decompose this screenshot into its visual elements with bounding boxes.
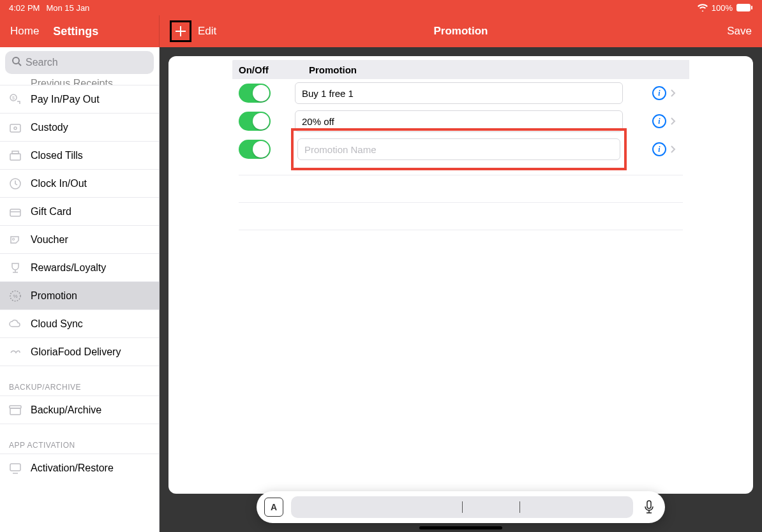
- sidebar-item-label: Pay In/Pay Out: [31, 94, 100, 105]
- receipt-icon: [8, 78, 23, 85]
- info-icon[interactable]: i: [652, 142, 666, 156]
- sidebar-item-closed-tills[interactable]: Closed Tills: [0, 142, 159, 170]
- svg-rect-22: [10, 464, 20, 471]
- promotion-row: i: [232, 135, 689, 163]
- info-icon[interactable]: i: [652, 114, 666, 128]
- sidebar-item-label: Promotion: [31, 290, 77, 302]
- toggle-switch[interactable]: [239, 112, 271, 131]
- edit-button[interactable]: Edit: [198, 25, 216, 38]
- svg-rect-0: [736, 4, 751, 11]
- battery-percentage: 100%: [712, 3, 733, 13]
- chevron-right-icon[interactable]: [670, 117, 683, 126]
- sidebar-item-clock-in-out[interactable]: Clock In/Out: [0, 170, 159, 198]
- status-date: Mon 15 Jan: [46, 3, 89, 13]
- separator: [239, 202, 683, 203]
- sidebar: Previous Receipts $Pay In/Pay OutCustody…: [0, 47, 160, 532]
- svg-text:%: %: [13, 293, 17, 299]
- sidebar-item-label: GloriaFood Delivery: [31, 346, 121, 358]
- add-button[interactable]: [170, 20, 191, 42]
- svg-text:$: $: [12, 96, 15, 100]
- sidebar-item-promotion[interactable]: %Promotion: [0, 282, 159, 310]
- sidebar-item-backup[interactable]: Backup/Archive: [0, 396, 159, 424]
- clock-icon: [8, 176, 23, 191]
- svg-rect-8: [10, 124, 20, 132]
- microphone-icon[interactable]: [641, 500, 657, 514]
- separator: [239, 175, 683, 175]
- sidebar-item-label: Activation/Restore: [31, 462, 114, 474]
- sidebar-item-custody[interactable]: Custody: [0, 114, 159, 142]
- home-indicator[interactable]: [419, 526, 502, 529]
- content-sheet: On/Off Promotion iii: [168, 56, 753, 494]
- sidebar-item-previous-receipts[interactable]: Previous Receipts: [0, 78, 159, 85]
- svg-rect-13: [10, 209, 20, 216]
- sidebar-item-cloud-sync[interactable]: Cloud Sync: [0, 310, 159, 338]
- sidebar-item-label: Custody: [31, 122, 68, 133]
- svg-point-9: [14, 127, 17, 129]
- custody-icon: [8, 120, 23, 135]
- main-panel: On/Off Promotion iii A: [160, 47, 762, 532]
- svg-line-5: [19, 63, 21, 66]
- search-field[interactable]: [5, 51, 154, 74]
- status-bar: 4:02 PM Mon 15 Jan 100%: [0, 0, 762, 15]
- svg-rect-21: [10, 408, 20, 415]
- svg-rect-10: [10, 154, 20, 160]
- battery-icon: [736, 4, 753, 11]
- info-icon[interactable]: i: [652, 86, 666, 100]
- sidebar-item-label: Previous Receipts: [31, 78, 113, 85]
- payinout-icon: $: [8, 92, 23, 107]
- status-time: 4:02 PM: [9, 3, 40, 13]
- sidebar-item-label: Clock In/Out: [31, 178, 87, 189]
- closedtills-icon: [8, 148, 23, 163]
- separator: [239, 230, 683, 230]
- svg-point-15: [13, 238, 15, 240]
- toggle-switch[interactable]: [239, 84, 271, 103]
- delivery-icon: [8, 344, 23, 360]
- chevron-right-icon[interactable]: [670, 145, 683, 154]
- svg-point-4: [13, 57, 19, 64]
- keyboard-text-field[interactable]: [291, 496, 633, 518]
- sidebar-item-gift-card[interactable]: Gift Card: [0, 198, 159, 226]
- save-button[interactable]: Save: [727, 25, 752, 38]
- keyboard-mode-key[interactable]: A: [264, 498, 283, 517]
- sidebar-item-pay-in-pay-out[interactable]: $Pay In/Pay Out: [0, 85, 159, 114]
- page-title: Promotion: [434, 25, 488, 38]
- sidebar-item-gloriafood-delivery[interactable]: GloriaFood Delivery: [0, 338, 159, 366]
- sidebar-item-label: Voucher: [31, 234, 68, 246]
- chevron-right-icon[interactable]: [670, 89, 683, 98]
- sidebar-item-label: Rewards/Loyalty: [31, 262, 106, 274]
- sidebar-item-voucher[interactable]: Voucher: [0, 226, 159, 254]
- search-input[interactable]: [26, 57, 147, 68]
- nav-bar: Home Settings Edit Promotion Save: [0, 15, 762, 47]
- sidebar-section-activation: APP ACTIVATION: [0, 424, 159, 454]
- cloud-icon: [8, 316, 23, 332]
- svg-rect-1: [751, 6, 752, 10]
- toggle-switch[interactable]: [239, 140, 271, 159]
- sidebar-item-rewards-loyalty[interactable]: Rewards/Loyalty: [0, 254, 159, 282]
- giftcard-icon: [8, 204, 23, 219]
- wifi-icon: [698, 4, 708, 11]
- search-icon: [11, 56, 22, 69]
- promotion-name-input[interactable]: [295, 82, 623, 104]
- rewards-icon: [8, 260, 23, 276]
- promotion-name-input[interactable]: [297, 138, 620, 160]
- svg-rect-24: [647, 501, 651, 508]
- home-button[interactable]: Home: [10, 25, 39, 38]
- column-header-promotion: Promotion: [309, 64, 683, 75]
- sidebar-item-activation[interactable]: Activation/Restore: [0, 454, 159, 482]
- settings-title: Settings: [53, 25, 98, 38]
- table-header: On/Off Promotion: [232, 60, 689, 79]
- keyboard-toolbar: A: [257, 491, 665, 523]
- column-header-onoff: On/Off: [239, 64, 309, 75]
- sidebar-item-label: Gift Card: [31, 206, 71, 218]
- promotion-icon: %: [8, 288, 23, 304]
- archive-icon: [8, 403, 23, 418]
- voucher-icon: [8, 232, 23, 248]
- monitor-icon: [8, 461, 23, 476]
- sidebar-item-label: Closed Tills: [31, 150, 83, 161]
- sidebar-item-label: Backup/Archive: [31, 404, 101, 416]
- svg-rect-11: [12, 151, 19, 154]
- sidebar-item-label: Cloud Sync: [31, 318, 83, 330]
- sidebar-section-backup: BACKUP/ARCHIVE: [0, 366, 159, 396]
- promotion-row: i: [232, 79, 689, 107]
